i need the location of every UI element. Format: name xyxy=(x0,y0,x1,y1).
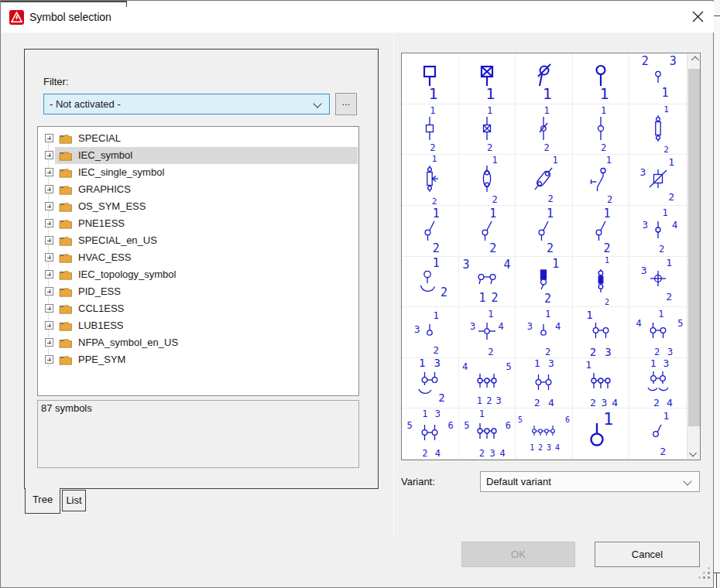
tree-item-ccl1ess[interactable]: CCL1ESS xyxy=(38,300,358,317)
expand-plus-icon[interactable] xyxy=(45,202,53,210)
connection-point-number: 4 xyxy=(435,449,441,458)
tree-item-special_en_us[interactable]: SPECIAL_en_US xyxy=(38,232,358,249)
connection-point-number: 4 xyxy=(462,362,468,371)
tree-item-pne1ess[interactable]: PNE1ESS xyxy=(38,215,358,232)
tree-item-hvac_ess[interactable]: HVAC_ESS xyxy=(38,249,358,266)
connection-point-number: 3 xyxy=(639,166,646,176)
symbol-cell-38[interactable]: 561234 xyxy=(516,409,573,460)
symbol-cell-9[interactable]: 12 xyxy=(573,104,630,156)
symbol-cell-35[interactable]: 1324 xyxy=(629,358,687,409)
expand-plus-icon[interactable] xyxy=(45,168,53,176)
resize-grip[interactable] xyxy=(698,567,711,580)
symbol-cell-27[interactable]: 3142 xyxy=(459,307,516,358)
symbol-cell-8[interactable]: 12 xyxy=(516,104,573,156)
symbol-cell-22[interactable]: 3412 xyxy=(459,257,516,308)
contactUR-symbol-icon xyxy=(528,214,559,245)
folder-icon xyxy=(59,269,72,283)
symbol-cell-36[interactable]: 513624 xyxy=(402,409,459,460)
variant-combobox[interactable]: Default variant xyxy=(480,471,700,492)
symbol-cell-28[interactable]: 3142 xyxy=(516,307,573,358)
expand-plus-icon[interactable] xyxy=(45,219,53,227)
symbol-cell-31[interactable]: 132 xyxy=(402,358,459,409)
symbol-cell-37[interactable]: 516234 xyxy=(459,409,516,460)
symbol-cell-39[interactable]: 1 xyxy=(573,409,630,460)
grid-scrollbar[interactable] xyxy=(687,53,700,460)
symbol-cell-18[interactable]: 12 xyxy=(516,206,573,257)
symbol-cell-30[interactable]: 41523 xyxy=(629,307,687,358)
filter-browse-button[interactable]: ... xyxy=(335,93,357,115)
connection-point-number: 1 xyxy=(487,106,492,115)
tree-item-iec_topology_symbol[interactable]: IEC_topology_symbol xyxy=(38,266,358,283)
connection-point-number: 4 xyxy=(500,449,506,458)
symbol-cell-24[interactable]: 12 xyxy=(573,257,630,308)
symbol-cell-11[interactable]: 12 xyxy=(402,155,459,206)
expand-plus-icon[interactable] xyxy=(45,270,53,279)
symbol-cell-29[interactable]: 123 xyxy=(573,307,630,358)
close-button[interactable] xyxy=(681,2,715,33)
symbol-cell-17[interactable]: 12 xyxy=(459,206,516,257)
connection-point-number: 3 xyxy=(463,258,470,270)
cancel-button[interactable]: Cancel xyxy=(595,542,700,567)
tree-item-iec_symbol[interactable]: IEC_symbol xyxy=(38,147,358,164)
folder-icon xyxy=(59,303,72,317)
connection-point-number: 2 xyxy=(668,191,674,201)
connection-point-number: 1 xyxy=(433,208,440,220)
symbol-cell-6[interactable]: 12 xyxy=(402,104,459,156)
expand-plus-icon[interactable] xyxy=(45,253,53,262)
symbol-cell-16[interactable]: 12 xyxy=(402,206,459,257)
symbol-cell-13[interactable]: 12 xyxy=(516,155,573,206)
expand-plus-icon[interactable] xyxy=(45,151,53,159)
symbol-cell-20[interactable]: 3142 xyxy=(629,206,687,257)
symbol-cell-3[interactable]: 1 xyxy=(516,53,573,104)
symbol-cell-12[interactable]: 12 xyxy=(459,155,516,206)
symbol-cell-2[interactable]: 1 xyxy=(459,53,516,104)
expand-plus-icon[interactable] xyxy=(45,338,53,347)
expand-plus-icon[interactable] xyxy=(45,321,53,330)
symbol-cell-33[interactable]: 1324 xyxy=(516,358,573,409)
connection-point-number: 2 xyxy=(486,396,492,405)
tree-item-special[interactable]: SPECIAL xyxy=(38,130,358,147)
scrollbar-down-icon[interactable] xyxy=(687,446,701,460)
tree-item-pid_ess[interactable]: PID_ESS xyxy=(38,283,358,300)
tree-item-os_sym_ess[interactable]: OS_SYM_ESS xyxy=(38,198,358,215)
tab-list[interactable]: List xyxy=(62,490,86,511)
symbol-cell-14[interactable]: 12 xyxy=(573,155,630,206)
connection-point-number: 2 xyxy=(590,347,596,357)
symbol-cell-15[interactable]: 312 xyxy=(629,155,687,206)
ok-button[interactable]: OK xyxy=(461,542,575,567)
expand-plus-icon[interactable] xyxy=(45,304,53,313)
expand-plus-icon[interactable] xyxy=(45,355,53,364)
symbol-cell-40[interactable]: 12 xyxy=(629,409,687,460)
scrollbar-up-icon[interactable] xyxy=(687,53,701,67)
filter-combobox[interactable]: - Not activated - xyxy=(43,94,330,115)
tree-item-nfpa_symbol_en_us[interactable]: NFPA_symbol_en_US xyxy=(38,334,358,351)
tree-item-graphics[interactable]: GRAPHICS xyxy=(38,181,358,198)
symbol-cell-5[interactable]: 231 xyxy=(629,53,687,104)
symbol-cell-7[interactable]: 12 xyxy=(459,104,516,156)
connection-point-number: 2 xyxy=(607,195,612,204)
symbol-cell-19[interactable]: 12 xyxy=(573,206,630,257)
symbol-cell-21[interactable]: 12 xyxy=(402,257,459,308)
expand-plus-icon[interactable] xyxy=(45,236,53,244)
symbol-cell-34[interactable]: 1234 xyxy=(573,358,630,409)
tree-item-lub1ess[interactable]: LUB1ESS xyxy=(38,317,358,334)
tree-item-iec_single_symbol[interactable]: IEC_single_symbol xyxy=(38,164,358,181)
symbol-cell-26[interactable]: 312 xyxy=(402,307,459,358)
connection-point-number: 2 xyxy=(666,292,672,302)
scrollbar-thumb[interactable] xyxy=(688,69,700,426)
expand-plus-icon[interactable] xyxy=(45,134,53,142)
symbol-cell-32[interactable]: 45123 xyxy=(459,358,516,409)
symbol-cell-10[interactable]: 12 xyxy=(629,104,687,156)
symbol-cell-25[interactable]: 312 xyxy=(629,257,687,308)
tree-item-ppe_sym[interactable]: PPE_SYM xyxy=(38,351,358,368)
expand-plus-icon[interactable] xyxy=(45,185,53,193)
symbol-cell-4[interactable]: 1 xyxy=(573,53,630,104)
tab-tree[interactable]: Tree xyxy=(25,488,60,514)
symbol-cell-1[interactable]: 1 xyxy=(402,53,459,104)
connection-point-number: 2 xyxy=(479,449,485,458)
expand-plus-icon[interactable] xyxy=(45,287,53,296)
connection-point-number: 1 xyxy=(543,86,552,101)
symbol-cell-23[interactable]: 12 xyxy=(516,257,573,308)
chevron-down-icon xyxy=(313,99,321,108)
connection-point-number: 3 xyxy=(414,323,420,333)
